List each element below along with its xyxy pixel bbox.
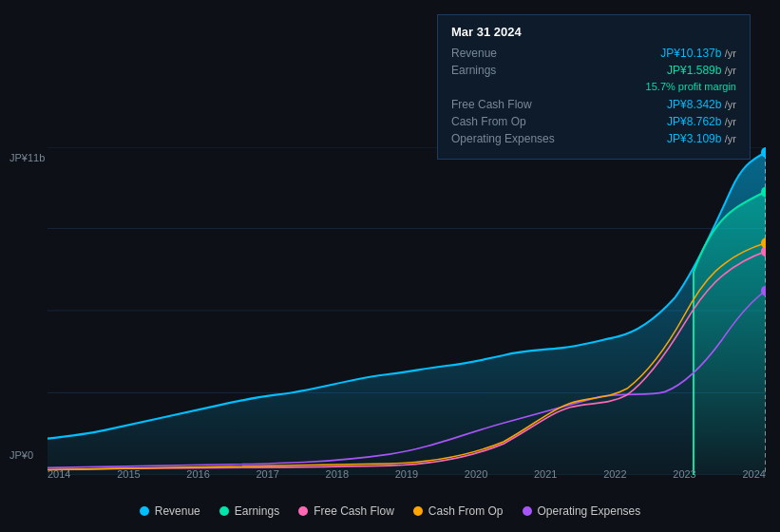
tooltip-earnings-row: Earnings JP¥1.589b /yr bbox=[451, 64, 736, 77]
x-label-2023: 2023 bbox=[673, 468, 695, 480]
legend-revenue[interactable]: Revenue bbox=[140, 504, 200, 518]
tooltip-fcf-row: Free Cash Flow JP¥8.342b /yr bbox=[451, 98, 736, 111]
chart-area bbox=[48, 147, 766, 475]
x-label-2021: 2021 bbox=[534, 468, 557, 480]
tooltip-profit-margin: 15.7% profit margin bbox=[646, 81, 736, 92]
x-label-2015: 2015 bbox=[117, 468, 140, 480]
tooltip-profit-margin-row: 15.7% profit margin bbox=[451, 81, 736, 92]
tooltip-revenue-row: Revenue JP¥10.137b /yr bbox=[451, 47, 736, 60]
tooltip-opex-value: JP¥3.109b /yr bbox=[667, 132, 736, 145]
legend: Revenue Earnings Free Cash Flow Cash Fro… bbox=[0, 504, 780, 518]
legend-earnings-dot bbox=[219, 506, 229, 516]
x-label-2020: 2020 bbox=[465, 468, 487, 480]
tooltip-opex-amount: JP¥3.109b bbox=[667, 132, 721, 145]
tooltip-cashop-value: JP¥8.762b /yr bbox=[667, 115, 736, 128]
legend-fcf[interactable]: Free Cash Flow bbox=[298, 504, 394, 518]
x-axis-labels: 2014 2015 2016 2017 2018 2019 2020 2021 … bbox=[48, 468, 766, 480]
legend-revenue-label: Revenue bbox=[155, 504, 200, 518]
tooltip-fcf-amount: JP¥8.342b bbox=[667, 98, 721, 111]
x-label-2017: 2017 bbox=[256, 468, 278, 480]
tooltip-revenue-value: JP¥10.137b /yr bbox=[660, 47, 736, 60]
legend-fcf-label: Free Cash Flow bbox=[314, 504, 394, 518]
tooltip-cashop-unit: /yr bbox=[725, 116, 736, 127]
x-label-2018: 2018 bbox=[326, 468, 349, 480]
x-label-2024: 2024 bbox=[742, 468, 765, 480]
legend-opex[interactable]: Operating Expenses bbox=[523, 504, 641, 518]
legend-opex-label: Operating Expenses bbox=[538, 504, 641, 518]
earnings-fill bbox=[694, 192, 766, 475]
tooltip-earnings-unit: /yr bbox=[725, 65, 736, 76]
tooltip-fcf-label: Free Cash Flow bbox=[451, 98, 565, 111]
legend-earnings-label: Earnings bbox=[235, 504, 279, 518]
tooltip-revenue-unit: /yr bbox=[725, 48, 736, 59]
tooltip-box: Mar 31 2024 Revenue JP¥10.137b /yr Earni… bbox=[437, 14, 751, 160]
tooltip-earnings-label: Earnings bbox=[451, 64, 565, 77]
legend-revenue-dot bbox=[140, 506, 149, 516]
legend-cashop-label: Cash From Op bbox=[428, 504, 504, 518]
legend-fcf-dot bbox=[298, 506, 308, 516]
chart-container: Mar 31 2024 Revenue JP¥10.137b /yr Earni… bbox=[0, 0, 780, 532]
tooltip-earnings-amount: JP¥1.589b bbox=[667, 64, 721, 77]
x-label-2014: 2014 bbox=[48, 468, 70, 480]
x-label-2019: 2019 bbox=[395, 468, 418, 480]
tooltip-revenue-label: Revenue bbox=[451, 47, 565, 60]
tooltip-opex-unit: /yr bbox=[725, 133, 736, 144]
tooltip-revenue-amount: JP¥10.137b bbox=[660, 47, 721, 60]
legend-opex-dot bbox=[523, 506, 532, 516]
tooltip-cashop-amount: JP¥8.762b bbox=[667, 115, 721, 128]
legend-earnings[interactable]: Earnings bbox=[219, 504, 279, 518]
x-label-2016: 2016 bbox=[186, 468, 209, 480]
chart-svg bbox=[48, 147, 766, 475]
y-axis-top-label: JP¥11b bbox=[10, 152, 45, 163]
y-axis-bottom-label: JP¥0 bbox=[10, 449, 33, 461]
tooltip-cashop-label: Cash From Op bbox=[451, 115, 565, 128]
x-label-2022: 2022 bbox=[603, 468, 626, 480]
legend-cashop[interactable]: Cash From Op bbox=[413, 504, 504, 518]
tooltip-earnings-value: JP¥1.589b /yr bbox=[667, 64, 736, 77]
tooltip-opex-row: Operating Expenses JP¥3.109b /yr bbox=[451, 132, 736, 145]
legend-cashop-dot bbox=[413, 506, 423, 516]
tooltip-cashop-row: Cash From Op JP¥8.762b /yr bbox=[451, 115, 736, 128]
tooltip-opex-label: Operating Expenses bbox=[451, 132, 565, 145]
tooltip-fcf-value: JP¥8.342b /yr bbox=[667, 98, 736, 111]
tooltip-date: Mar 31 2024 bbox=[451, 25, 736, 39]
tooltip-fcf-unit: /yr bbox=[725, 99, 736, 110]
